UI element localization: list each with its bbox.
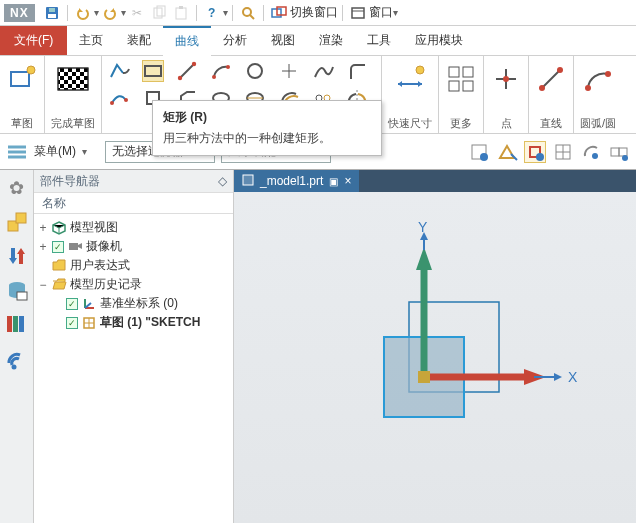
tooltip-title: 矩形 (R) [163,109,371,126]
document-tab[interactable]: _model1.prt ▣ × [234,170,359,192]
switch-window-icon[interactable] [270,4,288,22]
reuse-lib-icon[interactable] [5,278,29,302]
window-label[interactable]: 窗口 [369,4,393,21]
undo-dropdown[interactable]: ▾ [94,7,99,18]
svg-point-22 [177,76,181,80]
cut-icon[interactable]: ✂ [128,4,146,22]
svg-rect-70 [7,316,12,332]
help-icon[interactable]: ? [203,4,221,22]
svg-point-56 [480,153,488,161]
redo-icon[interactable] [101,4,119,22]
profile-icon[interactable] [108,60,130,82]
menu-bar: 文件(F) 主页 装配 曲线 分析 视图 渲染 工具 应用模块 [0,26,636,56]
tab-view[interactable]: 视图 [259,26,307,55]
close-tab-icon[interactable]: × [344,174,351,188]
save-icon[interactable] [43,4,61,22]
snap-icon-1[interactable] [468,141,490,163]
finish-sketch-icon[interactable] [57,60,89,98]
redo-dropdown[interactable]: ▾ [121,7,126,18]
search-icon[interactable] [239,4,257,22]
tab-tools[interactable]: 工具 [355,26,403,55]
tree-item-sketch[interactable]: ✓ 草图 (1) "SKETCH [38,313,229,332]
point-icon[interactable] [278,60,300,82]
navigator-column-name[interactable]: 名称 [34,192,233,214]
navigator-tree: + 模型视图 + ✓ 摄像机 用户表达式 − 模型历史记录 ✓ [34,214,233,523]
tab-analysis[interactable]: 分析 [211,26,259,55]
svg-rect-5 [176,8,186,19]
help-dropdown[interactable]: ▾ [223,7,228,18]
menu-dropdown[interactable]: ▾ [82,146,87,157]
tab-curve[interactable]: 曲线 [163,26,211,56]
svg-line-8 [250,15,254,19]
file-menu[interactable]: 文件(F) [0,26,67,55]
more-icon[interactable] [445,60,477,98]
snap-icon-6[interactable] [608,141,630,163]
snap-icon-4[interactable] [552,141,574,163]
navigator-pin-icon[interactable]: ◇ [218,174,227,188]
switch-window-label[interactable]: 切换窗口 [290,4,338,21]
sketch-icon[interactable] [6,60,38,98]
tab-render[interactable]: 渲染 [307,26,355,55]
svg-rect-16 [58,68,88,90]
svg-point-14 [27,66,35,74]
tab-assembly[interactable]: 装配 [115,26,163,55]
expand-icon[interactable]: + [38,221,48,235]
tooltip: 矩形 (R) 用三种方法中的一种创建矩形。 [152,100,382,156]
origin-handle[interactable] [418,371,430,383]
snap-icon-2[interactable] [496,141,518,163]
quick-dimension-icon[interactable] [394,60,426,98]
window-icon[interactable] [349,4,367,22]
arc-tool-icon[interactable] [582,60,614,98]
spline-icon[interactable] [312,60,334,82]
tree-item-camera[interactable]: + ✓ 摄像机 [38,237,229,256]
tree-item-datum[interactable]: ✓ 基准坐标系 (0) [38,294,229,313]
internet-icon[interactable] [5,346,29,370]
part-navigator: 部件导航器 ◇ 名称 + 模型视图 + ✓ 摄像机 用户表达式 − [34,170,234,523]
line-icon[interactable] [176,60,198,82]
undo-icon[interactable] [74,4,92,22]
bookshelf-icon[interactable] [5,312,29,336]
x-axis-label: X [568,369,578,385]
circle-icon[interactable] [244,60,266,82]
svg-point-25 [226,65,230,69]
checkbox-icon[interactable]: ✓ [52,241,64,253]
tab-home[interactable]: 主页 [67,26,115,55]
datum-csys-icon [82,297,96,311]
window-dropdown[interactable]: ▾ [393,7,398,18]
point-tool-icon[interactable] [490,60,522,98]
menu-label[interactable]: 菜单(M) [34,143,76,160]
constraint-nav-icon[interactable] [5,244,29,268]
arc-icon[interactable] [210,60,232,82]
viewport[interactable]: Y X [234,192,636,523]
doc-menu-icon[interactable]: ▣ [329,176,338,187]
line-tool-icon[interactable] [535,60,567,98]
rectangle-icon[interactable] [142,60,164,82]
svg-point-46 [503,76,509,82]
fillet-icon[interactable] [346,60,368,82]
svg-rect-42 [449,81,459,91]
collapse-icon[interactable]: − [38,278,48,292]
svg-point-65 [622,155,628,161]
snap-icon-5[interactable] [580,141,602,163]
svg-rect-71 [13,316,18,332]
settings-icon[interactable]: ✿ [5,176,29,200]
tree-item-user-expr[interactable]: 用户表达式 [38,256,229,275]
snap-icon-3[interactable] [524,141,546,163]
ribbon-group-quick-dim: 快速尺寸 [382,56,439,133]
checkbox-icon[interactable]: ✓ [66,317,78,329]
copy-icon[interactable] [150,4,168,22]
studio-spline-icon[interactable] [108,87,130,109]
menu-icon[interactable] [6,141,28,163]
left-rail: ✿ [0,170,34,523]
ribbon-group-point: 点 [484,56,529,133]
tree-item-model-view[interactable]: + 模型视图 [38,218,229,237]
svg-point-7 [243,8,251,16]
checkbox-icon[interactable]: ✓ [66,298,78,310]
paste-icon[interactable] [172,4,190,22]
svg-rect-11 [352,8,364,18]
nav-part-icon[interactable] [5,210,29,234]
tree-item-history[interactable]: − 模型历史记录 [38,275,229,294]
svg-point-30 [124,98,128,102]
tab-app[interactable]: 应用模块 [403,26,475,55]
expand-icon[interactable]: + [38,240,48,254]
